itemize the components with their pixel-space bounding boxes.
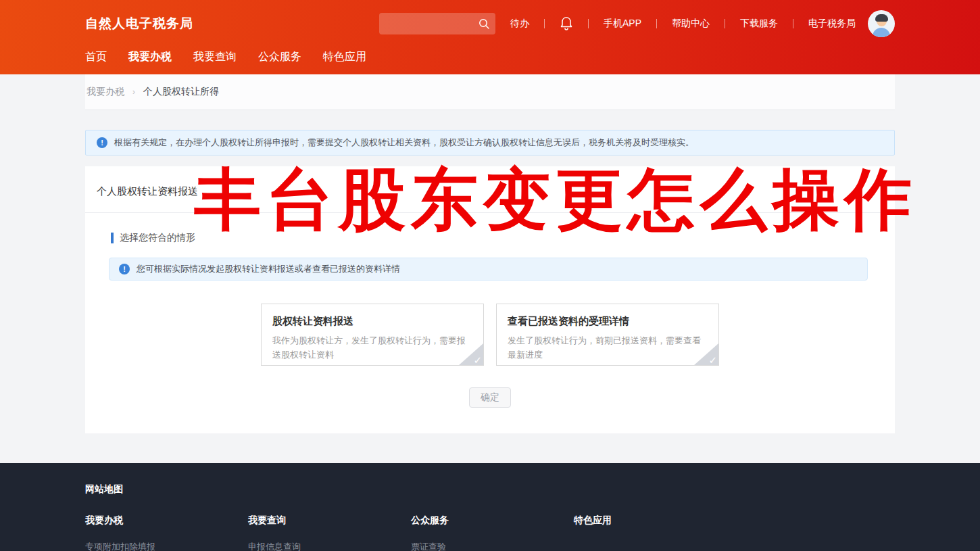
option-desc: 我作为股权转让方，发生了股权转让行为，需要报送股权转让资料 (272, 333, 470, 362)
help-center-link[interactable]: 帮助中心 (672, 18, 710, 30)
main-nav: 首页 我要办税 我要查询 公众服务 特色应用 (85, 47, 895, 74)
info-icon: ! (97, 137, 107, 148)
option-title: 股权转让资料报送 (272, 315, 470, 328)
footer-col-header: 公众服务 (411, 514, 574, 527)
footer-link[interactable]: 专项附加扣除填报 (85, 541, 248, 551)
sitemap-title: 网站地图 (85, 463, 895, 496)
footer-link[interactable]: 票证查验 (411, 541, 574, 551)
nav-tab-special-apps[interactable]: 特色应用 (323, 47, 366, 74)
option-card-submit-materials[interactable]: 股权转让资料报送 我作为股权转让方，发生了股权转让行为，需要报送股权转让资料 ✓ (261, 304, 484, 366)
footer-link[interactable]: 申报信息查询 (248, 541, 411, 551)
option-title: 查看已报送资料的受理详情 (508, 315, 705, 328)
notification-bell-icon[interactable] (560, 16, 573, 31)
divider (656, 19, 657, 28)
breadcrumb-band: 我要办税 › 个人股权转让所得 (85, 74, 895, 110)
search-box[interactable] (379, 13, 495, 34)
footer-col-header: 我要办税 (85, 514, 248, 527)
divider (544, 19, 545, 28)
search-input[interactable] (386, 19, 478, 29)
etax-bureau-link[interactable]: 电子税务局 (808, 18, 856, 30)
section-info-alert: ! 您可根据实际情况发起股权转让资料报送或者查看已报送的资料详情 (109, 258, 868, 281)
info-icon: ! (119, 264, 130, 274)
page-info-alert: ! 根据有关规定，在办理个人股权转让所得申报时，需要提交个人股权转让相关资料，股… (85, 130, 895, 155)
breadcrumb-current: 个人股权转让所得 (143, 86, 219, 98)
search-icon[interactable] (478, 18, 490, 30)
download-service-link[interactable]: 下载服务 (740, 18, 778, 30)
section-title: 选择您符合的情形 (120, 232, 195, 244)
confirm-button[interactable]: 确定 (469, 387, 511, 408)
divider (725, 19, 725, 28)
nav-tab-tax-handling[interactable]: 我要办税 (128, 47, 172, 74)
nav-tab-home[interactable]: 首页 (85, 47, 107, 74)
app-logo: 自然人电子税务局 (85, 15, 193, 32)
footer-col-header: 我要查询 (248, 514, 411, 527)
page-title: 个人股权转让资料报送 (85, 166, 895, 212)
site-footer: 网站地图 我要办税 专项附加扣除填报 我要查询 申报信息查询 公众服务 票证查验… (0, 463, 980, 551)
divider (588, 19, 589, 28)
mobile-app-link[interactable]: 手机APP (604, 18, 641, 30)
main-panel: 个人股权转让资料报送 选择您符合的情形 ! 您可根据实际情况发起股权转让资料报送… (85, 166, 895, 433)
divider (793, 19, 793, 28)
user-avatar[interactable] (868, 10, 895, 37)
avatar-head (877, 16, 887, 26)
breadcrumb-separator-icon: › (132, 87, 135, 97)
nav-tab-public-service[interactable]: 公众服务 (258, 47, 301, 74)
todo-link[interactable]: 待办 (510, 18, 529, 30)
avatar-body (873, 28, 890, 37)
inner-alert-text: 您可根据实际情况发起股权转让资料报送或者查看已报送的资料详情 (137, 263, 400, 275)
nav-tab-query[interactable]: 我要查询 (193, 47, 237, 74)
section-bar (111, 233, 114, 243)
option-desc: 发生了股权转让行为，前期已报送资料，需要查看最新进度 (508, 333, 705, 362)
option-card-view-progress[interactable]: 查看已报送资料的受理详情 发生了股权转让行为，前期已报送资料，需要查看最新进度 … (496, 304, 719, 366)
alert-text: 根据有关规定，在办理个人股权转让所得申报时，需要提交个人股权转让相关资料，股权受… (114, 137, 694, 149)
breadcrumb: 我要办税 › 个人股权转让所得 (87, 86, 219, 98)
app-header: 自然人电子税务局 待办 (0, 0, 980, 74)
footer-col-header: 特色应用 (574, 514, 737, 527)
divider (85, 212, 895, 213)
breadcrumb-parent[interactable]: 我要办税 (87, 86, 124, 98)
